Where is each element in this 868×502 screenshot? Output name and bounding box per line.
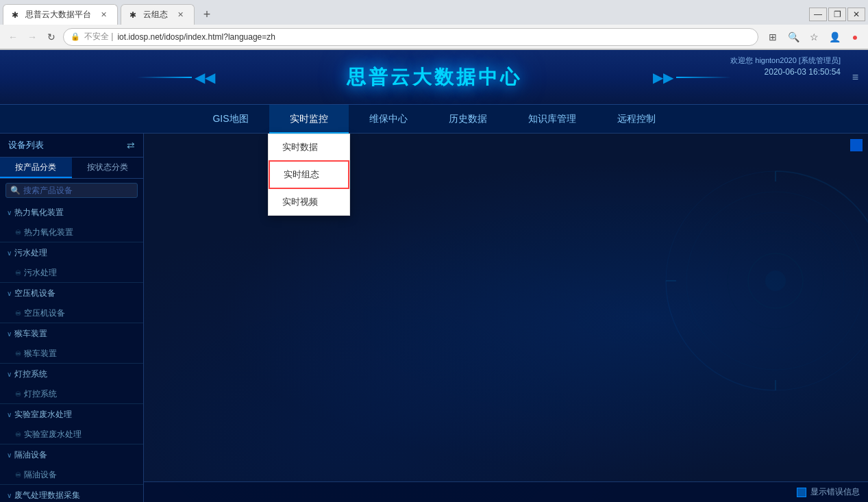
header-deco-left: ◀◀ xyxy=(137,69,215,86)
bookmark-icon[interactable]: ☆ xyxy=(806,29,821,45)
tab-1-icon: ✱ xyxy=(12,10,21,20)
group-label: 废气处理数据采集 xyxy=(14,490,80,501)
realtime-dropdown: 实时数据 实时组态 实时视频 xyxy=(268,134,350,216)
device-group-lighting-header[interactable]: ∨ 灯控系统 xyxy=(0,364,143,385)
device-item-oil[interactable]: ♾ 隔油设备 xyxy=(0,466,143,484)
sidebar-title: 设备列表 xyxy=(8,139,44,151)
device-group-lab-header[interactable]: ∨ 实验室废水处理 xyxy=(0,404,143,425)
chevron-icon: ∨ xyxy=(7,330,12,338)
device-item-thermal[interactable]: ♾ 热力氧化装置 xyxy=(0,223,143,242)
sidebar-swap-icon[interactable]: ⇄ xyxy=(127,140,135,151)
hamburger-menu-icon[interactable]: ≡ xyxy=(852,71,858,84)
window-controls: — ❐ ✕ xyxy=(809,8,868,21)
header-line-left xyxy=(137,77,192,78)
device-group-compressor-header[interactable]: ∨ 空压机设备 xyxy=(0,283,143,304)
chevron-icon: ∨ xyxy=(7,371,12,378)
device-group-lab: ∨ 实验室废水处理 ♾ 实验室废水处理 xyxy=(0,404,143,444)
device-group-thermal-header[interactable]: ∨ 热力氧化装置 xyxy=(0,202,143,223)
error-checkbox[interactable] xyxy=(797,488,806,497)
forward-button[interactable]: → xyxy=(25,29,40,45)
dropdown-realtime-data[interactable]: 实时数据 xyxy=(269,134,349,160)
group-label: 空压机设备 xyxy=(14,288,55,299)
device-group-oil-header[interactable]: ∨ 隔油设备 xyxy=(0,444,143,466)
address-bar: ← → ↻ 🔒 不安全 | iot.idosp.net/idosp/index.… xyxy=(0,25,868,49)
device-item-label: 猴车装置 xyxy=(24,348,57,360)
chevron-icon: ∨ xyxy=(7,492,12,499)
device-item-label: 污水处理 xyxy=(24,267,57,279)
blue-square-button[interactable]: ■ xyxy=(850,139,863,151)
group-label: 污水处理 xyxy=(14,247,47,259)
device-item-compressor[interactable]: ♾ 空压机设备 xyxy=(0,304,143,323)
dropdown-realtime-video[interactable]: 实时视频 xyxy=(269,189,349,215)
search-input[interactable] xyxy=(23,186,133,195)
device-item-crane[interactable]: ♾ 猴车装置 xyxy=(0,344,143,363)
device-item-label: 热力氧化装置 xyxy=(24,227,73,238)
translate-icon[interactable]: ⊞ xyxy=(765,29,780,45)
url-bar[interactable]: 🔒 不安全 | iot.idosp.net/idosp/index.html?l… xyxy=(63,28,758,46)
header-deco-right: ▶▶ xyxy=(653,69,731,86)
nav-maintenance[interactable]: 维保中心 xyxy=(349,105,428,134)
tab-1[interactable]: ✱ 思普云大数据平台 ✕ xyxy=(3,4,118,25)
device-item-label: 隔油设备 xyxy=(24,469,57,481)
device-sensor-icon: ♾ xyxy=(15,310,21,317)
nav-history[interactable]: 历史数据 xyxy=(428,105,508,134)
extension-icon[interactable]: ● xyxy=(847,29,863,45)
group-label: 灯控系统 xyxy=(14,368,47,380)
group-label: 猴车装置 xyxy=(14,328,47,340)
tab-2-close[interactable]: ✕ xyxy=(175,10,186,21)
sidebar-tab-status[interactable]: 按状态分类 xyxy=(72,158,144,178)
error-label: 显示错误信息 xyxy=(810,486,860,498)
minimize-button[interactable]: — xyxy=(809,8,827,21)
sidebar-tab-product[interactable]: 按产品分类 xyxy=(0,158,72,178)
device-sensor-icon: ♾ xyxy=(15,229,21,236)
group-label: 实验室废水处理 xyxy=(14,409,72,421)
browser-chrome: ✱ 思普云大数据平台 ✕ ✱ 云组态 ✕ + — ❐ ✕ ← → ↻ 🔒 不安全… xyxy=(0,0,868,50)
device-item-lighting[interactable]: ♾ 灯控系统 xyxy=(0,385,143,403)
tab-2-icon: ✱ xyxy=(129,10,139,20)
nav-gis[interactable]: GIS地图 xyxy=(192,105,269,134)
device-sensor-icon: ♾ xyxy=(15,269,21,277)
device-group-crane: ∨ 猴车装置 ♾ 猴车装置 xyxy=(0,323,143,364)
search-icon[interactable]: 🔍 xyxy=(786,29,801,45)
profile-icon[interactable]: 👤 xyxy=(827,29,842,45)
nav-realtime[interactable]: 实时监控 实时数据 实时组态 实时视频 xyxy=(269,105,349,134)
close-button[interactable]: ✕ xyxy=(847,8,865,21)
restore-button[interactable]: ❐ xyxy=(828,8,846,21)
tab-2[interactable]: ✱ 云组态 ✕ xyxy=(121,4,195,25)
dropdown-realtime-group[interactable]: 实时组态 xyxy=(269,160,349,189)
main-panel: ■ 显示错误信息 xyxy=(144,134,868,502)
toolbar-icons: ⊞ 🔍 ☆ 👤 ● xyxy=(765,29,863,45)
device-item-sewage[interactable]: ♾ 污水处理 xyxy=(0,264,143,282)
nav-knowledge[interactable]: 知识库管理 xyxy=(508,105,597,134)
device-group-crane-header[interactable]: ∨ 猴车装置 xyxy=(0,323,143,344)
chevron-icon: ∨ xyxy=(7,451,12,459)
device-group-lighting: ∨ 灯控系统 ♾ 灯控系统 xyxy=(0,364,143,404)
url-prefix: 不安全 | xyxy=(84,31,113,42)
user-welcome-text: 欢迎您 hignton2020 [系统管理员] xyxy=(730,55,841,66)
tab-1-label: 思普云大数据平台 xyxy=(25,9,91,21)
header-user-block: 欢迎您 hignton2020 [系统管理员] 2020-06-03 16:50… xyxy=(730,55,841,77)
device-item-label: 空压机设备 xyxy=(24,308,65,319)
nav-bar: GIS地图 实时监控 实时数据 实时组态 实时视频 维保中心 历史数据 知识库管… xyxy=(0,105,868,134)
chevron-icon: ∨ xyxy=(7,411,12,418)
device-group-thermal: ∨ 热力氧化装置 ♾ 热力氧化装置 xyxy=(0,202,143,242)
device-group-exhaust-header[interactable]: ∨ 废气处理数据采集 xyxy=(0,485,143,502)
group-label: 热力氧化装置 xyxy=(14,207,64,218)
sidebar-header: 设备列表 ⇄ xyxy=(0,134,143,158)
reload-button[interactable]: ↻ xyxy=(44,29,59,45)
new-tab-button[interactable]: + xyxy=(197,5,216,24)
device-item-lab[interactable]: ♾ 实验室废水处理 xyxy=(0,425,143,444)
back-button[interactable]: ← xyxy=(5,29,21,45)
device-group-oil: ∨ 隔油设备 ♾ 隔油设备 xyxy=(0,444,143,485)
decorative-circles xyxy=(656,161,868,401)
bottom-bar: 显示错误信息 xyxy=(144,481,868,502)
tab-1-close[interactable]: ✕ xyxy=(98,10,109,21)
sidebar-search-bar[interactable]: 🔍 xyxy=(5,183,138,198)
device-item-label: 灯控系统 xyxy=(24,388,57,400)
nav-remote[interactable]: 远程控制 xyxy=(597,105,676,134)
header-arrow-left: ◀◀ xyxy=(195,69,215,86)
tab-2-label: 云组态 xyxy=(143,9,168,21)
datetime-text: 2020-06-03 16:50:54 xyxy=(765,67,841,77)
device-sensor-icon: ♾ xyxy=(15,350,21,357)
device-group-sewage-header[interactable]: ∨ 污水处理 xyxy=(0,242,143,264)
